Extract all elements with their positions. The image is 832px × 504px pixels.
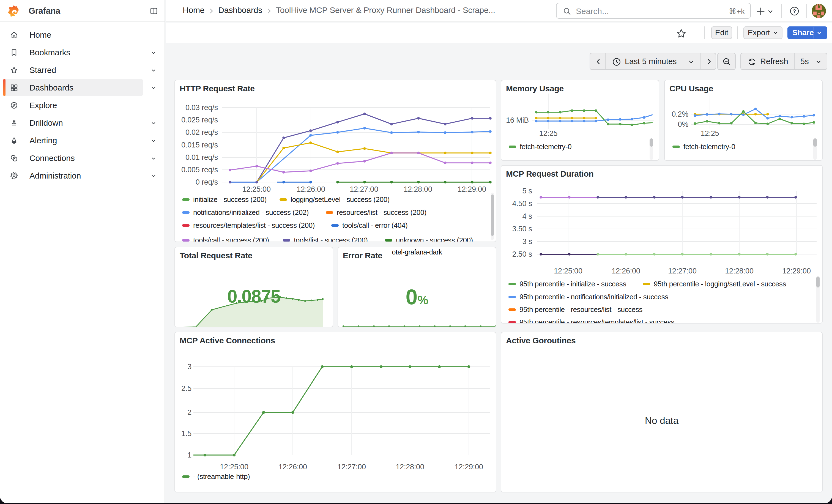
svg-text:4.50 s: 4.50 s — [512, 200, 532, 208]
svg-text:12:25: 12:25 — [539, 129, 558, 137]
svg-text:?: ? — [793, 8, 796, 14]
svg-text:12:26:00: 12:26:00 — [279, 463, 307, 471]
svg-text:0.025 req/s: 0.025 req/s — [181, 116, 218, 124]
svg-text:12:27:00: 12:27:00 — [350, 185, 378, 193]
svg-text:12:28:00: 12:28:00 — [404, 185, 432, 193]
svg-text:16 MiB: 16 MiB — [506, 116, 529, 124]
svg-text:12:25: 12:25 — [701, 129, 719, 137]
svg-text:12:27:00: 12:27:00 — [668, 267, 697, 275]
svg-text:0.015 req/s: 0.015 req/s — [181, 141, 218, 149]
svg-text:12:25:00: 12:25:00 — [242, 185, 271, 193]
svg-text:3: 3 — [187, 363, 191, 371]
svg-text:12:28:00: 12:28:00 — [725, 267, 754, 275]
svg-text:12:26:00: 12:26:00 — [296, 185, 325, 193]
svg-text:0.03 req/s: 0.03 req/s — [185, 103, 218, 112]
svg-text:12:29:00: 12:29:00 — [782, 267, 811, 275]
svg-text:12:25:00: 12:25:00 — [220, 463, 249, 471]
svg-text:0%: 0% — [678, 120, 688, 129]
svg-text:2.5: 2.5 — [181, 384, 191, 393]
svg-text:4 s: 4 s — [522, 212, 532, 220]
svg-text:1: 1 — [187, 451, 191, 459]
svg-text:12:26:00: 12:26:00 — [612, 267, 640, 275]
svg-text:12:25:00: 12:25:00 — [554, 267, 582, 275]
svg-text:5 s: 5 s — [522, 187, 532, 195]
svg-text:0.01 req/s: 0.01 req/s — [185, 153, 218, 161]
svg-text:0 req/s: 0 req/s — [196, 178, 218, 186]
svg-text:0.005 req/s: 0.005 req/s — [181, 166, 218, 174]
svg-text:0.02 req/s: 0.02 req/s — [185, 128, 218, 136]
svg-text:12:27:00: 12:27:00 — [337, 463, 366, 471]
svg-text:0.2%: 0.2% — [672, 110, 688, 118]
svg-text:3 s: 3 s — [522, 237, 532, 246]
svg-text:2.50 s: 2.50 s — [512, 250, 532, 258]
svg-text:2: 2 — [187, 408, 191, 417]
svg-text:12:29:00: 12:29:00 — [458, 185, 486, 193]
svg-text:3.50 s: 3.50 s — [512, 225, 532, 233]
svg-text:12:28:00: 12:28:00 — [396, 463, 424, 471]
svg-text:1.5: 1.5 — [181, 429, 191, 438]
svg-text:12:29:00: 12:29:00 — [454, 463, 483, 471]
